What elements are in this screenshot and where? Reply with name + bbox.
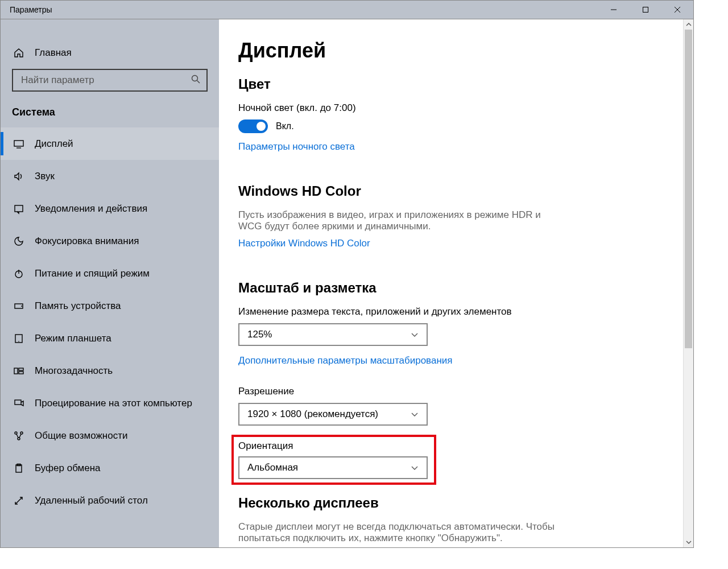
section-color: Цвет [238,76,674,92]
sidebar-item-tablet[interactable]: Режим планшета [1,322,219,354]
sidebar-item-label: Память устройства [35,300,121,312]
section-multi: Несколько дисплеев [238,495,674,511]
svg-rect-15 [14,368,18,374]
close-icon [674,6,681,13]
scale-link[interactable]: Дополнительные параметры масштабирования [238,355,452,366]
svg-rect-6 [14,141,23,146]
display-icon [12,138,26,150]
night-light-toggle[interactable]: Вкл. [238,119,674,133]
remote-icon [12,495,26,506]
chevron-down-icon [411,464,419,472]
shared-icon [12,430,26,442]
sidebar-item-shared[interactable]: Общие возможности [1,419,219,452]
svg-rect-1 [643,7,648,13]
sidebar-item-notifications[interactable]: Уведомления и действия [1,192,219,225]
search-wrap [12,69,208,92]
sidebar-category: Система [1,98,219,127]
section-scale: Масштаб и разметка [238,280,674,296]
notifications-icon [12,203,26,215]
chevron-down-icon [411,331,419,339]
sidebar-item-display[interactable]: Дисплей [1,127,219,160]
sidebar-item-label: Звук [35,171,55,182]
multi-desc: Старые дисплеи могут не всегда подключат… [238,521,557,544]
window-title: Параметры [1,5,598,14]
tablet-icon [12,333,26,344]
minimize-button[interactable] [598,1,630,19]
svg-rect-17 [19,372,23,374]
search-input[interactable] [12,69,208,92]
toggle-state: Вкл. [276,121,294,131]
sidebar-item-clipboard[interactable]: Буфер обмена [1,452,219,484]
svg-point-21 [18,438,20,440]
scale-value: 125% [247,329,272,340]
svg-line-24 [15,497,22,504]
resolution-value: 1920 × 1080 (рекомендуется) [247,409,378,420]
sidebar-home[interactable]: Главная [1,36,219,69]
sidebar-item-label: Буфер обмена [35,463,101,474]
scroll-up-button[interactable] [684,19,693,30]
sidebar-item-focus[interactable]: Фокусировка внимания [1,225,219,257]
sidebar-item-sound[interactable]: Звук [1,160,219,192]
svg-point-14 [18,341,19,342]
content: Дисплей Цвет Ночной свет (вкл. до 7:00) … [219,19,693,547]
sidebar-item-storage[interactable]: Память устройства [1,290,219,322]
svg-line-5 [197,81,200,84]
sidebar-item-label: Многозадачность [35,365,113,377]
svg-point-4 [192,76,198,81]
sidebar-item-label: Фокусировка внимания [35,236,139,247]
storage-icon [12,300,26,312]
section-hdr: Windows HD Color [238,183,674,199]
sidebar-item-label: Питание и спящий режим [35,268,150,279]
chevron-up-icon [686,22,692,27]
home-icon [12,47,26,59]
sidebar-home-label: Главная [35,47,72,59]
minimize-icon [610,6,617,13]
sidebar-item-label: Проецирование на этот компьютер [35,398,192,409]
titlebar: Параметры [1,1,693,19]
search-icon [191,74,201,86]
scale-label: Изменение размера текста, приложений и д… [238,306,674,318]
sidebar-item-label: Дисплей [35,138,73,150]
power-icon [12,268,26,279]
svg-rect-16 [19,368,23,370]
clipboard-icon [12,463,26,474]
sidebar-item-power[interactable]: Питание и спящий режим [1,257,219,290]
maximize-button[interactable] [630,1,661,19]
toggle-track [238,119,268,133]
sidebar-item-projecting[interactable]: Проецирование на этот компьютер [1,387,219,419]
scale-dropdown[interactable]: 125% [238,323,428,346]
resolution-label: Разрешение [238,386,674,397]
sidebar-item-multitask[interactable]: Многозадачность [1,354,219,387]
chevron-down-icon [686,539,692,545]
sidebar-item-label: Удаленный рабочий стол [35,495,148,506]
sidebar-item-label: Общие возможности [35,430,127,442]
sidebar-item-remote[interactable]: Удаленный рабочий стол [1,484,219,517]
sidebar-item-label: Режим планшета [35,333,111,344]
scrollbar[interactable] [683,19,693,547]
night-light-link[interactable]: Параметры ночного света [238,141,355,152]
sidebar-item-label: Уведомления и действия [35,203,147,215]
scroll-down-button[interactable] [684,537,693,547]
orientation-dropdown[interactable]: Альбомная [238,456,428,479]
focus-icon [12,236,26,247]
hdr-link[interactable]: Настройки Windows HD Color [238,238,370,249]
hdr-desc: Пусть изображения в видео, играх и прило… [238,209,557,232]
orientation-value: Альбомная [247,462,298,473]
page-title: Дисплей [238,39,674,63]
multitask-icon [12,365,26,377]
sound-icon [12,171,26,182]
close-button[interactable] [661,1,693,19]
svg-rect-18 [15,400,21,405]
svg-point-20 [20,432,23,434]
orientation-highlight: Ориентация Альбомная [231,435,436,485]
projecting-icon [12,398,26,409]
orientation-label: Ориентация [238,440,429,452]
scroll-thumb[interactable] [685,30,692,348]
svg-rect-8 [15,205,23,212]
maximize-icon [642,6,649,13]
resolution-dropdown[interactable]: 1920 × 1080 (рекомендуется) [238,403,428,426]
chevron-down-icon [411,410,419,418]
sidebar: Главная Система Дисплей Звук Уведомления… [1,19,219,547]
toggle-knob [257,122,266,131]
svg-point-19 [15,432,17,434]
